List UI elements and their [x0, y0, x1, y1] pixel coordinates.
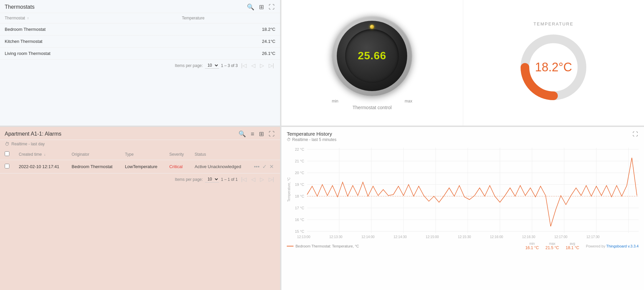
alarm-clear-button[interactable]: ✕ — [269, 163, 274, 170]
last-page-button[interactable]: ▷| — [267, 62, 275, 69]
knob-min-label: min — [332, 99, 338, 103]
col-checkbox-header — [0, 149, 14, 160]
expand-button[interactable]: ⛶ — [268, 3, 275, 11]
powered-link[interactable]: Thingsboard v.3.3.4 — [606, 244, 639, 248]
alarm-row-checkbox[interactable] — [5, 164, 9, 168]
svg-text:Temperature, °C: Temperature, °C — [287, 177, 291, 202]
svg-text:21 °C: 21 °C — [295, 159, 304, 163]
alarms-sub-header: ⏱ Realtime - last day — [0, 140, 280, 149]
first-page-button[interactable]: |◁ — [240, 62, 248, 69]
svg-text:19 °C: 19 °C — [295, 183, 304, 187]
thermostat-control-panel: 25.66 min max Thermostat control — [281, 0, 463, 126]
svg-text:12:15:00: 12:15:00 — [426, 235, 439, 239]
columns-button[interactable]: ⊞ — [258, 3, 265, 11]
table-row[interactable]: Living room Thermostat 26.1°C — [0, 48, 280, 60]
svg-text:12:16:30: 12:16:30 — [522, 235, 536, 239]
stat-max: max 21.5 °C — [545, 242, 559, 250]
alarm-more-button[interactable]: ••• — [254, 164, 260, 170]
svg-text:12:17:00: 12:17:00 — [554, 235, 568, 239]
alarm-expand-button[interactable]: ⛶ — [268, 130, 275, 138]
stat-min-value: 16.1 °C — [525, 245, 539, 250]
alarm-search-button[interactable]: 🔍 — [238, 130, 247, 138]
thermostats-pagination: Items per page: 10 1 – 3 of 3 |◁ ◁ ▷ ▷| — [0, 60, 280, 71]
alarms-header-icons: 🔍 ≡ ⊞ ⛶ — [238, 130, 275, 138]
svg-text:12:13:00: 12:13:00 — [297, 235, 311, 239]
sort-arrow: ↑ — [27, 16, 29, 20]
chart-legend: Bedroom Thermostat: Temperature, °C — [287, 244, 359, 248]
knob-value: 25.66 — [358, 50, 386, 62]
thermostats-title: Thermostats — [5, 4, 35, 10]
knob-wrapper: 25.66 — [332, 16, 412, 96]
alarm-last-page-button[interactable]: ▷| — [267, 175, 275, 183]
alarm-status: Active Unacknowledged — [190, 160, 249, 173]
svg-text:12:15:30: 12:15:30 — [458, 235, 471, 239]
items-per-page-select[interactable]: 10 — [205, 62, 219, 69]
col-originator-header: Originator — [67, 149, 120, 160]
table-row[interactable]: 2022-02-10 12:17:41 Bedroom Thermostat L… — [0, 160, 280, 173]
col-temperature-header: Temperature — [177, 13, 280, 23]
thermostat-temp: 26.1°C — [177, 48, 280, 60]
thermostat-temp: 24.1°C — [177, 35, 280, 48]
thermostat-name: Living room Thermostat — [0, 48, 177, 60]
svg-text:12:13:30: 12:13:30 — [329, 235, 343, 239]
chart-stats: min 16.1 °C max 21.5 °C avg 18.1 °C — [525, 242, 579, 250]
chart-footer: Bedroom Thermostat: Temperature, °C min … — [287, 242, 639, 250]
alarm-items-per-page-select[interactable]: 10 — [205, 176, 219, 183]
thermostats-header-icons: 🔍 ⊞ ⛶ — [246, 3, 275, 11]
svg-text:17 °C: 17 °C — [295, 206, 304, 210]
legend-dash — [287, 246, 293, 246]
thermostats-table: Thermostat ↑ Temperature Bedroom Thermos… — [0, 13, 280, 60]
col-actions-header — [249, 149, 280, 160]
knob-title: Thermostat control — [353, 105, 392, 110]
alarm-actions: ••• ✓ ✕ — [249, 160, 280, 173]
temperature-gauge-value: 18.2°C — [535, 60, 572, 74]
thermostat-name: Bedroom Thermostat — [0, 23, 177, 35]
col-created-time-header: Created time ↓ — [14, 149, 67, 160]
alarm-first-page-button[interactable]: |◁ — [240, 175, 248, 183]
table-row[interactable]: Kitchen Thermostat 24.1°C — [0, 35, 280, 48]
alarms-header: Apartment A1-1: Alarms 🔍 ≡ ⊞ ⛶ — [0, 127, 280, 140]
alarms-panel: Apartment A1-1: Alarms 🔍 ≡ ⊞ ⛶ ⏱ Realtim… — [0, 127, 280, 290]
temperature-gauge-title: TEMPERATURE — [534, 21, 574, 26]
thermostat-name: Kitchen Thermostat — [0, 35, 177, 48]
select-all-checkbox[interactable] — [5, 151, 9, 156]
stat-max-value: 21.5 °C — [545, 245, 559, 250]
donut-wrapper: 18.2°C — [517, 30, 590, 104]
stat-max-label: max — [549, 242, 555, 245]
svg-text:16 °C: 16 °C — [295, 218, 304, 222]
alarm-created-time: 2022-02-10 12:17:41 — [14, 160, 67, 173]
history-sub: ⏱ Realtime - last 5 minutes — [287, 137, 336, 142]
knob-labels: min max — [332, 99, 412, 103]
temperature-gauge-panel: TEMPERATURE 18.2°C — [463, 0, 644, 126]
alarm-checkbox-cell — [0, 160, 14, 173]
search-button[interactable]: 🔍 — [246, 3, 255, 11]
svg-text:15 °C: 15 °C — [295, 229, 304, 233]
col-status-header: Status — [190, 149, 249, 160]
svg-text:12:17:30: 12:17:30 — [586, 235, 600, 239]
history-expand-button[interactable]: ⛶ — [632, 131, 639, 138]
thermostat-temp: 18.2°C — [177, 23, 280, 35]
alarm-prev-page-button[interactable]: ◁ — [250, 175, 257, 183]
thermostats-header: Thermostats 🔍 ⊞ ⛶ — [0, 0, 280, 13]
alarm-columns-button[interactable]: ⊞ — [258, 130, 265, 138]
alarm-acknowledge-button[interactable]: ✓ — [262, 163, 267, 170]
knob-max-label: max — [405, 99, 413, 103]
alarm-filter-button[interactable]: ≡ — [250, 130, 255, 138]
table-row[interactable]: Bedroom Thermostat 18.2°C — [0, 23, 280, 35]
knob-ring: 25.66 — [337, 21, 407, 91]
alarm-items-per-page-label: Items per page: — [175, 177, 203, 182]
alarm-next-page-button[interactable]: ▷ — [259, 175, 265, 183]
prev-page-button[interactable]: ◁ — [250, 62, 257, 69]
legend-label: Bedroom Thermostat: Temperature, °C — [296, 244, 359, 248]
svg-text:20 °C: 20 °C — [295, 171, 304, 175]
svg-text:12:16:00: 12:16:00 — [490, 235, 503, 239]
stat-min-label: min — [529, 242, 535, 245]
knob-indicator-dot — [370, 25, 374, 29]
alarms-pagination: Items per page: 10 1 – 1 of 1 |◁ ◁ ▷ ▷| — [0, 173, 280, 185]
alarms-table: Created time ↓ Originator Type Severity … — [0, 149, 280, 173]
stat-avg-value: 18.1 °C — [566, 245, 579, 250]
created-sort-arrow: ↓ — [44, 153, 46, 156]
knob-container: 25.66 min max Thermostat control — [281, 0, 463, 126]
pagination-range: 1 – 3 of 3 — [221, 63, 238, 68]
next-page-button[interactable]: ▷ — [259, 62, 265, 69]
